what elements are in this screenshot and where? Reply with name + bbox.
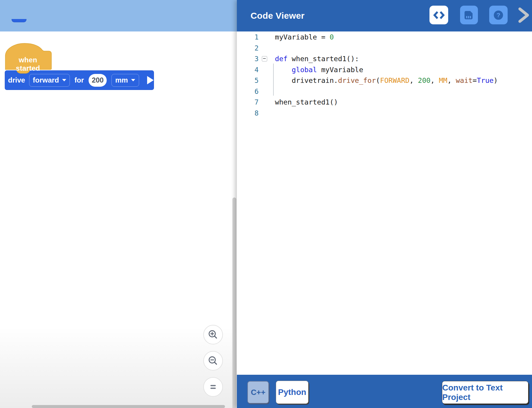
brain-icon (464, 10, 474, 20)
line-number: 3 (237, 55, 259, 63)
cpp-language-button[interactable]: C++ (247, 381, 269, 404)
hat-block-label: when started (6, 56, 50, 72)
when-started-block[interactable]: when started (4, 42, 52, 76)
code-line: 6 (237, 86, 532, 97)
gutter-fold-slot (259, 32, 275, 43)
cpp-label: C++ (251, 388, 265, 397)
line-number: 4 (237, 66, 259, 74)
python-language-button[interactable]: Python (276, 381, 309, 404)
line-number: 2 (237, 44, 259, 52)
python-label: Python (278, 388, 306, 397)
zoom-reset-icon (208, 382, 218, 392)
brain-button[interactable] (460, 6, 478, 24)
gutter-fold-slot (259, 97, 275, 108)
code-lines: 1myVariable = 023def when_started1():4 g… (237, 32, 532, 118)
indent-guide (273, 64, 274, 96)
line-number: 6 (237, 88, 259, 95)
code-line: 2 (237, 43, 532, 54)
code-line: 5 drivetrain.drive_for(FORWARD, 200, MM,… (237, 75, 532, 86)
code-viewer-header: Code Viewer ? (237, 0, 532, 31)
play-icon[interactable] (147, 76, 154, 84)
code-line: 4 global myVariable (237, 64, 532, 75)
code-viewer-toggle-button[interactable] (429, 6, 448, 24)
dropdown-caret-icon (62, 79, 66, 81)
canvas-toolbar (0, 0, 237, 31)
code-area: 1myVariable = 023def when_started1():4 g… (237, 32, 532, 375)
code-line: 3def when_started1(): (237, 53, 532, 64)
help-icon: ? (492, 9, 504, 21)
fold-marker[interactable] (262, 56, 267, 61)
convert-to-text-project-button[interactable]: Convert to Text Project (442, 381, 528, 404)
drive-block-bottom-tab (12, 19, 26, 22)
direction-dropdown-value: forward (33, 76, 59, 84)
code-viewer-footer: C++ Python Convert to Text Project (237, 375, 532, 408)
panel-title: Code Viewer (251, 0, 305, 31)
convert-label: Convert to Text Project (442, 383, 528, 402)
chevron-right-icon (517, 7, 530, 24)
line-number: 7 (237, 98, 259, 106)
gutter-fold-slot (259, 64, 275, 75)
code-line: 8 (237, 108, 532, 119)
canvas-horizontal-scrollbar[interactable] (32, 405, 225, 408)
distance-input[interactable]: 200 (89, 74, 107, 87)
drive-block-verb: drive (8, 76, 25, 84)
help-button[interactable]: ? (489, 6, 508, 24)
code-line-text: def when_started1(): (275, 55, 359, 63)
svg-text:?: ? (497, 11, 500, 18)
block-canvas[interactable]: when started drive forward for 200 mm (0, 0, 237, 408)
canvas-vertical-scrollbar[interactable] (232, 197, 236, 408)
collapse-panel-button[interactable] (517, 7, 531, 24)
unit-dropdown[interactable]: mm (111, 74, 139, 87)
zoom-out-icon (208, 355, 218, 366)
code-line-text: myVariable = 0 (275, 33, 334, 41)
distance-value: 200 (92, 76, 104, 84)
code-icon (433, 11, 445, 20)
line-number: 5 (237, 77, 259, 84)
zoom-out-button[interactable] (203, 351, 223, 371)
zoom-in-button[interactable] (203, 325, 223, 344)
code-line-text: drivetrain.drive_for(FORWARD, 200, MM, w… (275, 76, 498, 85)
gutter-fold-slot (259, 108, 275, 119)
gutter-fold-slot (259, 75, 275, 86)
gutter-fold-slot (259, 86, 275, 97)
code-line-text: global myVariable (275, 66, 363, 74)
code-line: 1myVariable = 0 (237, 32, 532, 43)
drive-block-for-label: for (74, 76, 84, 84)
zoom-in-icon (208, 329, 218, 340)
dropdown-caret-icon (131, 79, 135, 81)
gutter-fold-slot (259, 53, 275, 64)
gutter-fold-slot (259, 43, 275, 54)
line-number: 8 (237, 109, 259, 117)
code-viewer-panel: Code Viewer ? (237, 0, 532, 408)
unit-dropdown-value: mm (115, 76, 128, 84)
line-number: 1 (237, 33, 259, 41)
code-line-text: when_started1() (275, 98, 338, 106)
zoom-reset-button[interactable] (203, 377, 223, 397)
code-line: 7when_started1() (237, 97, 532, 108)
